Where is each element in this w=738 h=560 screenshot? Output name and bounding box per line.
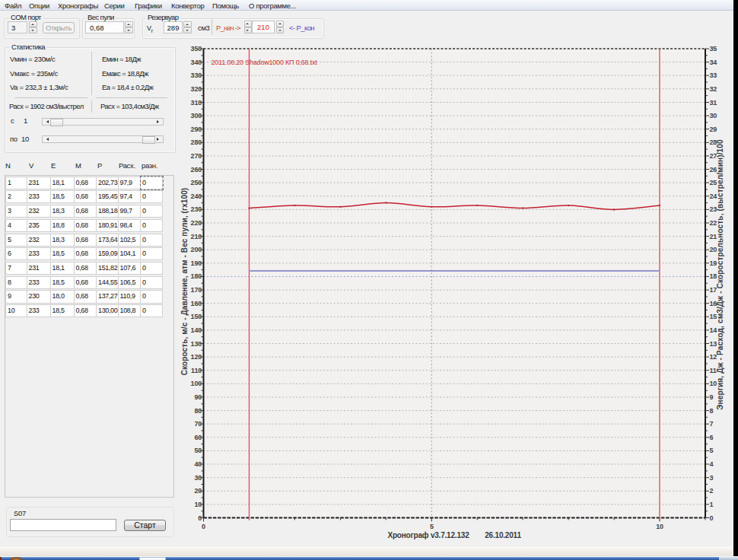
svg-text:240: 240: [191, 192, 202, 200]
svg-text:0: 0: [198, 514, 202, 522]
svg-text:110: 110: [191, 367, 202, 374]
svg-text:1: 1: [710, 501, 714, 508]
svg-text:160: 160: [191, 300, 202, 307]
svg-text:280: 280: [191, 138, 202, 146]
svg-text:6: 6: [710, 434, 714, 441]
svg-text:5: 5: [710, 447, 714, 454]
svg-text:3: 3: [710, 474, 714, 482]
svg-text:350: 350: [191, 45, 202, 52]
svg-text:210: 210: [191, 233, 202, 240]
svg-text:220: 220: [191, 219, 202, 227]
svg-text:290: 290: [191, 126, 202, 133]
svg-text:29: 29: [710, 126, 717, 133]
svg-text:120: 120: [191, 353, 202, 361]
svg-text:4: 4: [710, 460, 714, 468]
svg-text:170: 170: [191, 286, 202, 294]
svg-text:90: 90: [194, 393, 202, 401]
svg-text:40: 40: [194, 460, 202, 468]
svg-text:33: 33: [710, 72, 717, 79]
svg-text:Скорость, м/с - Давление, атм: Скорость, м/с - Давление, атм - Вес пули…: [180, 188, 189, 376]
svg-text:130: 130: [191, 340, 202, 348]
svg-text:2: 2: [710, 487, 714, 495]
svg-text:2011.08.20 Shadow1000 КП 0,68.: 2011.08.20 Shadow1000 КП 0,68.txt: [212, 59, 318, 66]
svg-text:50: 50: [194, 447, 202, 454]
svg-text:35: 35: [710, 45, 717, 52]
svg-text:250: 250: [191, 179, 202, 186]
svg-text:310: 310: [191, 99, 202, 107]
svg-text:0: 0: [710, 514, 714, 522]
svg-text:230: 230: [191, 205, 202, 213]
svg-text:10: 10: [194, 501, 202, 508]
svg-text:Энергия, Дж - Расход, см3/Дж -: Энергия, Дж - Расход, см3/Дж - Скоростре…: [716, 139, 724, 410]
svg-text:140: 140: [191, 326, 202, 334]
svg-text:34: 34: [710, 59, 717, 66]
svg-text:150: 150: [191, 313, 202, 320]
svg-text:300: 300: [191, 112, 202, 119]
svg-text:270: 270: [191, 152, 202, 160]
svg-text:8: 8: [710, 407, 714, 415]
svg-text:340: 340: [191, 59, 202, 66]
svg-text:9: 9: [710, 393, 714, 401]
svg-text:200: 200: [191, 246, 202, 253]
svg-text:32: 32: [710, 85, 717, 93]
svg-text:80: 80: [194, 407, 202, 415]
svg-text:30: 30: [710, 112, 717, 119]
svg-text:31: 31: [710, 99, 717, 107]
svg-text:180: 180: [191, 272, 202, 280]
svg-text:330: 330: [191, 72, 202, 79]
svg-text:190: 190: [191, 259, 202, 267]
svg-text:7: 7: [710, 420, 714, 428]
svg-text:320: 320: [191, 85, 202, 93]
svg-text:10: 10: [656, 523, 663, 530]
svg-text:Хронограф v3.7.12.132: Хронограф v3.7.12.132: [387, 531, 469, 539]
svg-text:26.10.2011: 26.10.2011: [485, 531, 521, 539]
svg-text:30: 30: [194, 474, 202, 482]
svg-text:260: 260: [191, 166, 202, 173]
svg-text:5: 5: [430, 523, 434, 530]
svg-text:20: 20: [194, 487, 202, 495]
svg-text:100: 100: [191, 380, 202, 387]
svg-text:60: 60: [194, 434, 202, 441]
svg-text:70: 70: [194, 420, 202, 428]
svg-text:0: 0: [202, 523, 205, 530]
